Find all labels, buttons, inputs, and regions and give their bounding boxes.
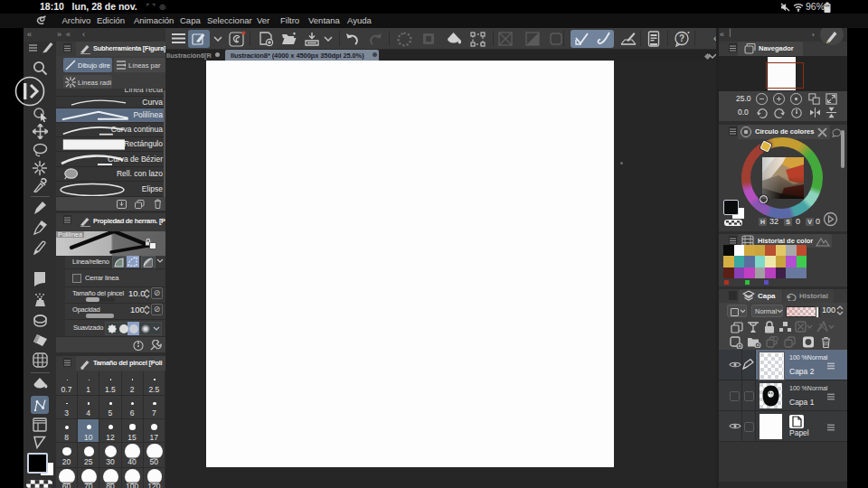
svg-text:?: ? xyxy=(679,33,684,43)
